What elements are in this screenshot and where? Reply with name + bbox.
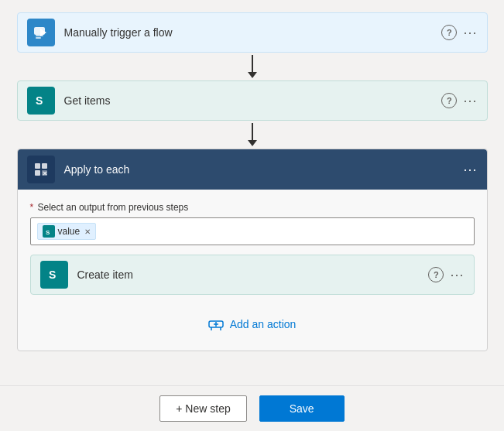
create-item-title: Create item <box>77 269 429 281</box>
add-action-button[interactable]: Add an action <box>208 316 297 332</box>
trigger-help-icon[interactable]: ? <box>441 25 457 40</box>
svg-rect-5 <box>35 163 40 169</box>
svg-rect-3 <box>36 37 41 39</box>
arrow-head-2 <box>248 140 257 146</box>
arrow-head-1 <box>248 72 257 78</box>
create-item-step[interactable]: S Create item ? ··· <box>30 255 475 295</box>
trigger-icon <box>27 19 55 46</box>
apply-to-each-icon <box>27 156 55 183</box>
arrow-line-2 <box>252 123 253 140</box>
arrow-2 <box>248 121 257 149</box>
svg-rect-2 <box>36 35 43 36</box>
apply-to-each-title: Apply to each <box>64 163 464 176</box>
save-button[interactable]: Save <box>259 395 345 422</box>
get-items-more-button[interactable]: ··· <box>463 94 477 108</box>
arrow-line-1 <box>252 55 253 72</box>
arrow-1 <box>248 53 257 80</box>
create-item-more-button[interactable]: ··· <box>450 268 464 282</box>
new-step-button[interactable]: + New step <box>159 395 246 422</box>
trigger-step[interactable]: Manually trigger a flow ? ··· <box>17 12 488 53</box>
get-items-title: Get items <box>64 94 442 107</box>
trigger-title: Manually trigger a flow <box>64 26 442 39</box>
svg-text:S: S <box>36 94 43 107</box>
apply-to-each-more-button[interactable]: ··· <box>463 162 477 176</box>
get-items-actions: ? ··· <box>441 93 477 108</box>
add-action-icon <box>208 316 224 332</box>
flow-container: Manually trigger a flow ? ··· S Get item… <box>5 0 500 351</box>
trigger-more-button[interactable]: ··· <box>463 26 477 39</box>
field-label: * Select an output from previous steps <box>30 202 475 213</box>
apply-to-each-container: Apply to each ··· * Select an output fro… <box>17 149 488 351</box>
create-item-help-icon[interactable]: ? <box>428 267 444 282</box>
required-marker: * <box>30 202 34 213</box>
apply-to-each-actions: ··· <box>463 162 477 176</box>
output-input-field[interactable]: S value ✕ <box>30 217 475 245</box>
value-tag: S value ✕ <box>37 223 97 240</box>
get-items-step[interactable]: S Get items ? ··· <box>17 80 488 121</box>
trigger-actions: ? ··· <box>441 25 477 40</box>
get-items-help-icon[interactable]: ? <box>441 93 457 108</box>
bottom-bar: + New step Save <box>0 385 504 431</box>
tag-close-button[interactable]: ✕ <box>84 227 91 236</box>
field-label-text: Select an output from previous steps <box>38 202 189 213</box>
create-item-actions: ? ··· <box>428 267 464 282</box>
tag-sharepoint-icon: S <box>43 225 55 238</box>
svg-rect-7 <box>35 170 40 176</box>
add-action-label: Add an action <box>230 318 297 330</box>
svg-text:S: S <box>46 229 50 235</box>
apply-to-each-header[interactable]: Apply to each ··· <box>18 149 487 190</box>
get-items-icon: S <box>27 87 55 115</box>
svg-text:S: S <box>49 269 56 281</box>
svg-rect-6 <box>42 163 47 169</box>
add-action-area: Add an action <box>30 304 475 338</box>
apply-to-each-body: * Select an output from previous steps S… <box>18 190 487 351</box>
tag-label: value <box>58 226 81 237</box>
create-item-icon: S <box>40 261 68 289</box>
